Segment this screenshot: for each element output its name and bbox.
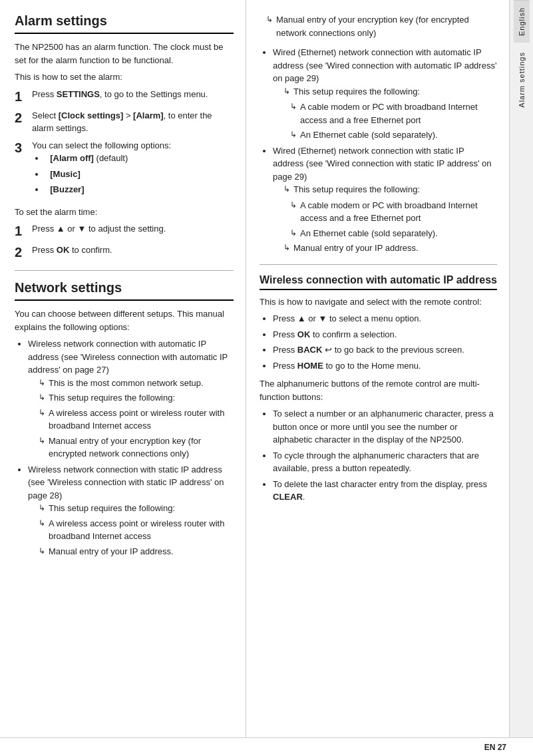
footer-bar: EN 27 [0, 737, 533, 756]
arrow-manual-encryption: Manual entry of your encryption key (for… [39, 435, 234, 461]
section-divider-1 [15, 270, 234, 271]
alarm-step-2: 2 Select [Clock settings] > [Alarm], to … [15, 109, 234, 135]
alphanumeric-list: To select a number or an alphanumeric ch… [273, 407, 497, 504]
wired-static-cable-modem: A cable modem or PC with broadband Inter… [290, 199, 497, 225]
nav-back: Press BACK ↩ to go back to the previous … [273, 343, 497, 357]
right-column: Manual entry of your encryption key (for… [246, 0, 509, 756]
wireless-auto-nav-list: Press ▲ or ▼ to select a menu option. Pr… [273, 312, 497, 372]
network-option-1: Wireless network connection with automat… [28, 337, 234, 461]
time-step-num-1: 1 [15, 222, 29, 240]
network-title: Network settings [15, 280, 234, 301]
alphanumeric-intro: The alphanumeric buttons of the remote c… [260, 377, 497, 403]
main-content: Alarm settings The NP2500 has an alarm f… [0, 0, 533, 756]
step-2-bold2: [Alarm] [133, 110, 164, 120]
step-num-2: 2 [15, 109, 29, 135]
nav-select-menu: Press ▲ or ▼ to select a menu option. [273, 312, 497, 325]
ok-bold-nav: OK [297, 329, 311, 339]
alpha-cycle: To cycle through the alphanumeric charac… [273, 449, 497, 475]
wired-static-manual-ip: Manual entry of your IP address. [283, 242, 497, 255]
alpha-delete: To delete the last character entry from … [273, 478, 497, 504]
alarm-option-3: [Buzzer] [45, 183, 171, 196]
alarm-step-3: 3 You can select the following options: … [15, 139, 234, 200]
arrow-wireless-access: A wireless access point or wireless rout… [39, 407, 234, 433]
clear-bold: CLEAR [273, 492, 303, 502]
alarm-step-1: 1 Press SETTINGS, to go to the Settings … [15, 88, 234, 105]
wired-auto-arrows: This setup requires the following: [283, 85, 497, 98]
alarm-time-step-2: 2 Press OK to confirm. [15, 244, 234, 261]
wireless-auto-intro: This is how to navigate and select with … [260, 295, 497, 309]
alpha-select-number: To select a number or an alphanumeric ch… [273, 407, 497, 447]
back-bold: BACK [297, 345, 323, 355]
alarm-intro: The NP2500 has an alarm function. The cl… [15, 41, 234, 67]
nav-ok-confirm: Press OK to confirm a selection. [273, 328, 497, 341]
step-3-text: You can select the following options: [A… [32, 139, 171, 200]
step-2-text: Select [Clock settings] > [Alarm], to en… [32, 109, 234, 135]
sidebar-tab-english: English [514, 0, 530, 43]
step-1-bold: SETTINGS [57, 89, 100, 99]
network-intro: You can choose between different setups.… [15, 307, 234, 333]
home-bold: HOME [297, 361, 323, 371]
time-step-num-2: 2 [15, 244, 29, 261]
alarm-option-1: [Alarm off] (default) [45, 152, 171, 165]
arrow-manual-ip-1: Manual entry of your IP address. [39, 545, 234, 558]
network-option-1-arrows: This is the most common network setup. T… [39, 377, 234, 461]
wired-auto-ethernet-cable: An Ethernet cable (sold separately). [290, 128, 497, 142]
sidebar-tabs: English Alarm settings [509, 0, 533, 756]
wireless-auto-title: Wireless connection with automatic IP ad… [260, 274, 497, 290]
arrow-encryption-top: Manual entry of your encryption key (for… [266, 13, 497, 39]
arrow-requires-following-2: This setup requires the following: [39, 502, 234, 515]
alarm-how-to: This is how to set the alarm: [15, 71, 234, 84]
time-step-1-text: Press ▲ or ▼ to adjust the setting. [32, 222, 166, 240]
arrow-requires-following-1: This setup requires the following: [39, 391, 234, 405]
alarm-steps-list: 1 Press SETTINGS, to go to the Settings … [15, 88, 234, 200]
arrow-common-network: This is the most common network setup. [39, 377, 234, 390]
wired-auto-cable-modem: A cable modem or PC with broadband Inter… [290, 100, 497, 126]
wired-static-sub-arrows: A cable modem or PC with broadband Inter… [290, 199, 497, 240]
wired-static-ethernet-cable: An Ethernet cable (sold separately). [290, 227, 497, 240]
alarm-time-label: To set the alarm time: [15, 206, 234, 219]
wired-static-requires: This setup requires the following: [283, 183, 497, 196]
left-column: Alarm settings The NP2500 has an alarm f… [0, 0, 246, 756]
arrow-wireless-access-2: A wireless access point or wireless rout… [39, 517, 234, 543]
nav-home: Press HOME to go to the Home menu. [273, 359, 497, 373]
alarm-buzzer-bold: [Buzzer] [50, 184, 84, 194]
ok-bold-1: OK [57, 245, 70, 255]
sidebar-tab-alarm: Alarm settings [514, 45, 530, 114]
time-step-2-text: Press OK to confirm. [32, 244, 112, 261]
network-option-2-arrows: This setup requires the following: A wir… [39, 502, 234, 558]
alarm-option-2: [Music] [45, 168, 171, 181]
step-num-3: 3 [15, 139, 29, 200]
page-container: Alarm settings The NP2500 has an alarm f… [0, 0, 533, 756]
network-options-list: Wireless network connection with automat… [28, 337, 234, 558]
wired-list: Wired (Ethernet) network connection with… [273, 46, 497, 255]
alarm-options-list: [Alarm off] (default) [Music] [Buzzer] [45, 152, 171, 196]
wired-static-arrows: This setup requires the following: [283, 183, 497, 196]
alarm-time-step-1: 1 Press ▲ or ▼ to adjust the setting. [15, 222, 234, 240]
network-option-2: Wireless network connection with static … [28, 463, 234, 558]
step-num-1: 1 [15, 88, 29, 105]
wired-static-ip-arrows: Manual entry of your IP address. [283, 242, 497, 255]
footer-text: EN 27 [484, 743, 506, 752]
wired-static-item: Wired (Ethernet) network connection with… [273, 144, 497, 255]
wired-auto-item: Wired (Ethernet) network connection with… [273, 46, 497, 142]
alarm-off-bold: [Alarm off] [50, 153, 94, 163]
wired-auto-requires: This setup requires the following: [283, 85, 497, 98]
wired-auto-sub-arrows: A cable modem or PC with broadband Inter… [290, 100, 497, 142]
alarm-time-steps: 1 Press ▲ or ▼ to adjust the setting. 2 … [15, 222, 234, 261]
alarm-music-bold: [Music] [50, 169, 81, 179]
section-divider-right [260, 264, 497, 265]
encryption-note-list: Manual entry of your encryption key (for… [266, 13, 497, 39]
step-1-text: Press SETTINGS, to go to the Settings me… [32, 88, 208, 105]
alarm-title: Alarm settings [15, 13, 234, 34]
step-2-bold1: [Clock settings] [59, 110, 124, 120]
